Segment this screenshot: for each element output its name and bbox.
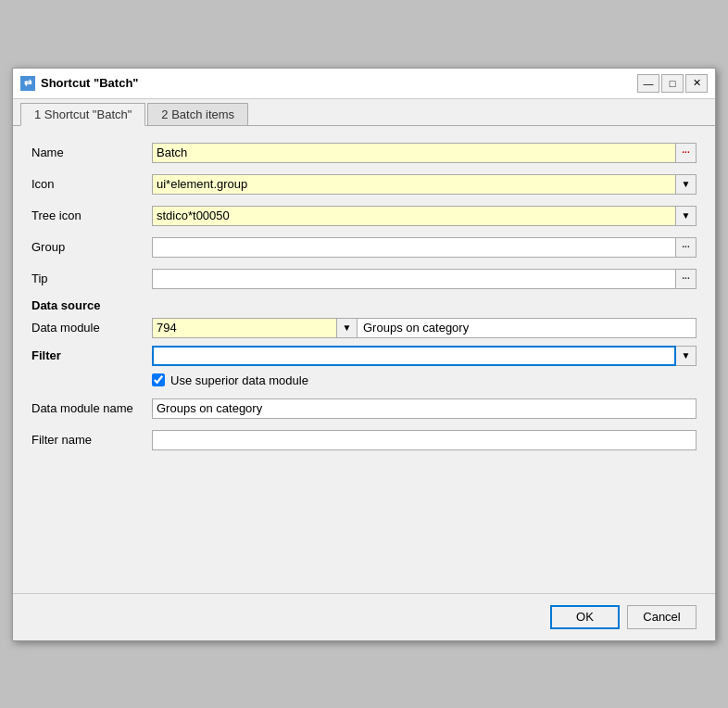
minimize-button[interactable]: — xyxy=(637,74,659,93)
tip-label: Tip xyxy=(31,272,152,285)
title-controls: — □ ✕ xyxy=(637,74,708,93)
tree-icon-input[interactable] xyxy=(152,206,676,226)
use-superior-checkbox[interactable] xyxy=(152,373,165,386)
dialog-footer: OK Cancel xyxy=(13,593,715,640)
filter-dropdown-button[interactable]: ▼ xyxy=(676,346,697,366)
tab-bar: 1 Shortcut "Batch" 2 Batch items xyxy=(13,99,715,126)
use-superior-label[interactable]: Use superior data module xyxy=(170,373,308,387)
data-module-dropdown-button[interactable]: ▼ xyxy=(337,318,358,338)
filter-name-label: Filter name xyxy=(31,433,152,447)
name-input-wrap: ··· xyxy=(152,143,697,163)
title-bar-left: ⇄ Shortcut "Batch" xyxy=(20,76,139,91)
data-module-input[interactable] xyxy=(152,318,337,338)
filter-row: Filter ▼ xyxy=(31,346,697,366)
title-bar: ⇄ Shortcut "Batch" — □ ✕ xyxy=(13,69,715,99)
group-input-wrap: ··· xyxy=(152,237,697,258)
tip-dots-button[interactable]: ··· xyxy=(676,269,697,289)
tab-shortcut-batch[interactable]: 1 Shortcut "Batch" xyxy=(20,103,145,126)
filter-name-input[interactable] xyxy=(152,430,697,450)
filter-input-wrap: ▼ xyxy=(152,346,697,366)
use-superior-row: Use superior data module xyxy=(152,373,697,387)
group-input[interactable] xyxy=(152,237,676,258)
tree-icon-input-wrap: ▼ xyxy=(152,206,697,226)
form-content: Name ··· Icon ▼ Tree icon ▼ Group xyxy=(13,126,715,593)
tab-batch-items[interactable]: 2 Batch items xyxy=(147,103,248,125)
dialog-title: Shortcut "Batch" xyxy=(41,76,139,90)
data-module-row: Data module ▼ Groups on category xyxy=(31,318,697,338)
icon-input[interactable] xyxy=(152,174,676,195)
ok-button[interactable]: OK xyxy=(550,605,620,629)
tip-input[interactable] xyxy=(152,269,676,289)
tip-input-wrap: ··· xyxy=(152,269,697,289)
icon-input-wrap: ▼ xyxy=(152,174,697,195)
tree-icon-label: Tree icon xyxy=(31,209,152,222)
tip-row: Tip ··· xyxy=(31,267,697,291)
tree-icon-dropdown-button[interactable]: ▼ xyxy=(676,206,697,226)
cancel-button[interactable]: Cancel xyxy=(627,605,697,629)
group-dots-button[interactable]: ··· xyxy=(676,237,697,258)
dialog-window: ⇄ Shortcut "Batch" — □ ✕ 1 Shortcut "Bat… xyxy=(12,68,716,641)
app-icon: ⇄ xyxy=(20,76,35,91)
data-source-header: Data source xyxy=(31,298,697,312)
data-source-section: Data source Data module ▼ Groups on cate… xyxy=(31,298,697,452)
data-module-name-input[interactable] xyxy=(152,398,697,419)
tree-icon-row: Tree icon ▼ xyxy=(31,204,697,228)
name-row: Name ··· xyxy=(31,141,697,165)
filter-name-row: Filter name xyxy=(31,428,697,452)
icon-row: Icon ▼ xyxy=(31,172,697,196)
data-module-name-input-wrap xyxy=(152,398,697,419)
filter-input[interactable] xyxy=(152,346,676,366)
group-label: Group xyxy=(31,240,152,254)
icon-dropdown-button[interactable]: ▼ xyxy=(676,174,697,195)
data-module-label: Data module xyxy=(31,321,152,335)
close-button[interactable]: ✕ xyxy=(685,74,708,93)
icon-label: Icon xyxy=(31,177,152,191)
name-label: Name xyxy=(31,145,152,159)
name-dots-button[interactable]: ··· xyxy=(676,143,697,163)
maximize-button[interactable]: □ xyxy=(661,74,684,93)
data-module-name-label: Data module name xyxy=(31,401,152,415)
group-row: Group ··· xyxy=(31,235,697,259)
data-module-name-display: Groups on category xyxy=(358,318,697,338)
name-input[interactable] xyxy=(152,143,676,163)
filter-name-input-wrap xyxy=(152,430,697,450)
data-module-name-row: Data module name xyxy=(31,397,697,421)
data-module-fields: ▼ Groups on category xyxy=(152,318,697,338)
filter-label: Filter xyxy=(31,348,152,362)
